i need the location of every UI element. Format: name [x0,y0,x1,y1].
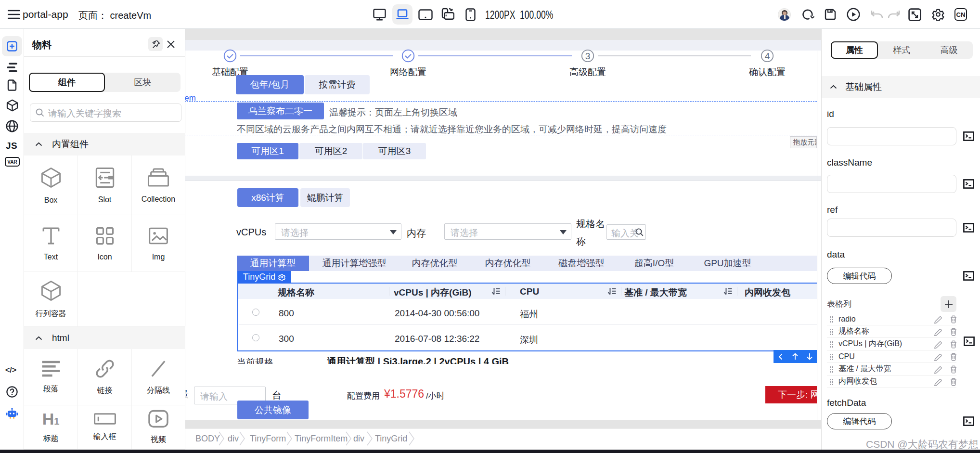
svg-text:3: 3 [585,51,591,61]
svg-text:4: 4 [765,51,770,61]
